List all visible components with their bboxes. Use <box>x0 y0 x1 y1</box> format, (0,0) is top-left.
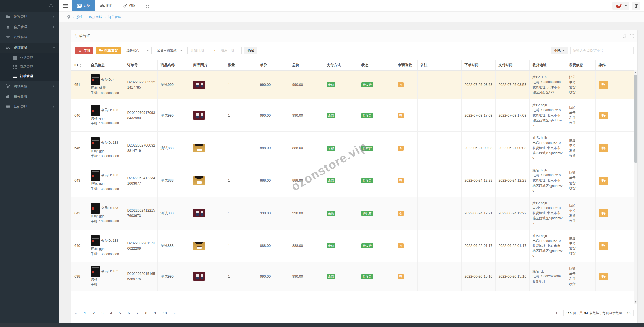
remark <box>417 70 461 99</box>
table-row: 651 会员ID: 4 昵称: 健康 手机: 18888888888 D2022… <box>71 70 634 99</box>
quantity: 1 <box>225 197 257 230</box>
caret-down-icon <box>147 50 149 51</box>
pay-time: 2022-07-09 17:09 <box>495 99 529 132</box>
status-select[interactable]: 选择状态 <box>124 47 152 54</box>
refund-select[interactable]: 是否申请退款 <box>154 47 185 54</box>
panel-tools <box>622 34 634 38</box>
export-button[interactable]: 导出 <box>75 47 93 54</box>
status-badge: 待发货 <box>361 113 373 118</box>
order-time: 2022-06-27 00:03 <box>461 132 495 164</box>
page-6[interactable]: 6 <box>128 311 130 315</box>
page-3[interactable]: 3 <box>101 311 103 315</box>
tab-apps[interactable] <box>141 0 154 11</box>
end-date-input[interactable]: 结束日期 <box>218 48 242 53</box>
page-next[interactable]: » <box>174 311 176 315</box>
ship-action-button[interactable] <box>599 209 608 217</box>
current-page-input[interactable] <box>549 310 564 316</box>
confirm-button[interactable]: 确定 <box>244 47 257 54</box>
truck-icon <box>601 275 606 278</box>
breadcrumb-link[interactable]: 即拼商城 <box>89 15 102 19</box>
order-time: 2022-06-20 15:16 <box>461 262 495 291</box>
product-name: 测试888 <box>157 164 190 197</box>
start-date-input[interactable]: 开始日期 <box>188 48 211 53</box>
page-size-input[interactable] <box>624 310 634 316</box>
sidebar-item-goods[interactable]: 商品管理 <box>0 62 59 71</box>
table-scrollbar[interactable] <box>634 70 637 304</box>
quantity: 1 <box>225 262 257 291</box>
scrollbar-thumb[interactable] <box>634 75 637 163</box>
sidebar-item-orders[interactable]: 订单管理 <box>0 71 59 81</box>
footer-strip <box>0 323 644 327</box>
total-price: 990.00 <box>289 262 324 291</box>
page-4[interactable]: 4 <box>110 311 112 315</box>
page-5[interactable]: 5 <box>119 311 121 315</box>
sidebar-nav: 设置管理会员管理营销管理即拼商城分类管理商品管理订单管理购物商城积分商城其他管理 <box>0 12 59 112</box>
table-row: 640 会员ID: 133 昵称: ggh 手机: 13888888888 D2… <box>71 230 634 262</box>
scroll-down-icon[interactable] <box>635 301 637 303</box>
scroll-up-icon[interactable] <box>635 72 637 73</box>
column-header: 状态 <box>358 60 395 70</box>
member-info: 会员ID: 133 昵称: ggh 手机: 13888888888 <box>91 170 122 191</box>
breadcrumb-separator: › <box>105 15 106 19</box>
page-7[interactable]: 7 <box>137 311 139 315</box>
sidebar-item-marketing[interactable]: 营销管理 <box>0 32 59 43</box>
page-10[interactable]: 10 <box>163 311 167 315</box>
toolbar: 导出 批量发货 选择状态 是否申请退款 开始日期 › 结束日期 确定 <box>71 42 637 60</box>
sidebar-item-shopping-mall[interactable]: 购物商城 <box>0 81 59 91</box>
tab-system[interactable]: 系统 <box>72 0 95 11</box>
refresh-icon[interactable] <box>622 34 626 38</box>
unit-price: 888.00 <box>257 164 289 197</box>
tab-permissions[interactable]: 权限 <box>118 0 141 11</box>
product-name: 测试990 <box>157 197 190 230</box>
menu-toggle-icon[interactable] <box>59 0 72 11</box>
remark <box>417 230 461 262</box>
appgrid-icon <box>146 4 149 8</box>
breadcrumb-link[interactable]: 订单管理 <box>108 15 121 19</box>
ship-action-button[interactable] <box>599 273 608 280</box>
page-1[interactable]: 1 <box>84 311 86 315</box>
ship-action-button[interactable] <box>599 242 608 250</box>
ship-action-button[interactable] <box>599 177 608 185</box>
remark <box>417 197 461 230</box>
pay-time: 2022-06-24 12:23 <box>495 164 529 197</box>
status-badge: 待发货 <box>361 178 373 183</box>
breadcrumb-separator: › <box>85 15 86 19</box>
sort-icon[interactable] <box>79 64 82 67</box>
fullscreen-icon[interactable] <box>630 34 634 38</box>
ship-action-button[interactable] <box>599 112 608 119</box>
shipping-address: 姓名: hhjb 电话: 13280805210 收货地址: 北京市市辖区西城区… <box>533 201 564 226</box>
pagination: «12345678910» / 10 页，共 94 条数据，每页显示数量 <box>71 304 637 316</box>
chevron-left-icon <box>53 26 55 28</box>
refund-badge: 否 <box>398 113 404 118</box>
column-header[interactable]: ID <box>71 60 88 70</box>
ship-action-button[interactable] <box>599 144 608 152</box>
sidebar-item-members[interactable]: 会员管理 <box>0 22 59 32</box>
scope-filter-button[interactable]: 不限 <box>551 47 568 54</box>
pay-method-badge: 余额 <box>327 82 335 87</box>
page-9[interactable]: 9 <box>154 311 156 315</box>
topbar: 系统附件权限 <box>59 0 644 12</box>
sidebar-item-category[interactable]: 分类管理 <box>0 53 59 62</box>
column-header: 收货地址 <box>529 60 566 70</box>
ship-action-button[interactable] <box>599 81 608 89</box>
column-header: 订单号 <box>124 60 157 70</box>
page-2[interactable]: 2 <box>93 311 95 315</box>
search-input[interactable] <box>570 47 634 54</box>
th-large-icon <box>13 56 17 60</box>
sidebar-item-points-mall[interactable]: 积分商城 <box>0 91 59 102</box>
batch-ship-button[interactable]: 批量发货 <box>96 47 121 54</box>
truck-icon <box>601 146 606 150</box>
page-prev[interactable]: « <box>75 311 77 315</box>
sidebar-item-other[interactable]: 其他管理 <box>0 102 59 112</box>
breadcrumb-separator: › <box>73 15 74 19</box>
user-icon <box>6 25 10 29</box>
user-menu-button[interactable] <box>612 2 629 10</box>
trash-button[interactable] <box>632 2 640 10</box>
sidebar-item-settings[interactable]: 设置管理 <box>0 12 59 22</box>
user-avatar <box>615 3 623 8</box>
breadcrumb-link[interactable]: 系统 <box>76 15 83 19</box>
page-8[interactable]: 8 <box>145 311 147 315</box>
sidebar-item-group-mall[interactable]: 即拼商城 <box>0 43 59 53</box>
product-image <box>193 176 205 185</box>
tab-attachments[interactable]: 附件 <box>95 0 118 11</box>
